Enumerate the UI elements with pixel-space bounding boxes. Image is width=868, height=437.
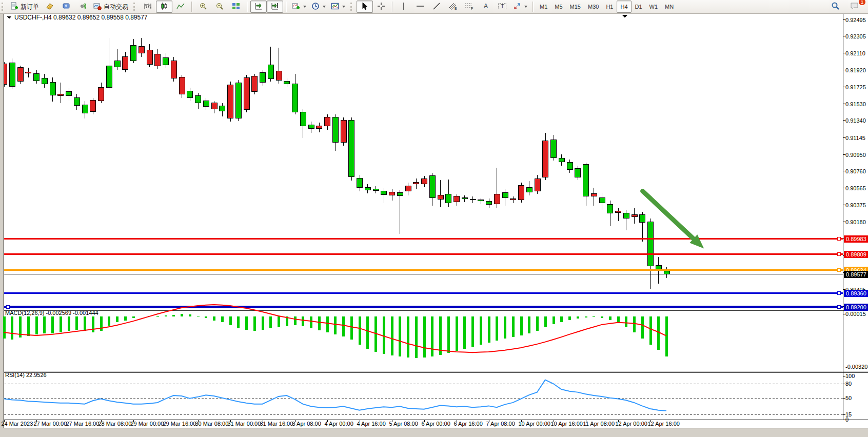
timeframe-H1[interactable]: H1 — [602, 1, 617, 13]
crosshair-button[interactable] — [373, 1, 389, 13]
candle-bull — [583, 165, 589, 196]
candle-bear — [495, 194, 500, 204]
cursor-arrow-icon — [361, 2, 369, 12]
timeframe-M30[interactable]: M30 — [584, 1, 602, 13]
templates-button[interactable] — [328, 1, 348, 13]
notifications-button[interactable]: 1 — [846, 1, 863, 13]
vertical-line-button[interactable] — [396, 1, 412, 13]
candle-bull — [50, 83, 56, 95]
line-handle[interactable] — [837, 306, 840, 309]
toolbar-grip — [133, 3, 137, 11]
candle-bear — [325, 117, 330, 126]
candle-bull — [187, 91, 193, 98]
chart-shift-icon — [271, 2, 279, 12]
candle-bull — [236, 83, 242, 118]
new-order-button[interactable]: 新订单 — [8, 1, 42, 13]
text-label-button[interactable]: T — [494, 1, 510, 13]
rsi-tick-label: 80 — [845, 381, 852, 387]
price-line-badge-label: 0.89983 — [846, 236, 866, 242]
text-label-icon: T — [498, 2, 507, 12]
time-tick-label: 7 Apr 08:00 — [486, 421, 515, 427]
price-tick-label: 0.91530 — [845, 101, 866, 107]
search-button[interactable] — [827, 1, 843, 13]
time-tick-label: 29 Mar 16:00 — [163, 421, 196, 427]
candlestick-chart-button[interactable] — [156, 1, 172, 13]
price-tick-label: 0.91725 — [845, 84, 866, 90]
macd-axis-max: 0.00015 — [845, 311, 866, 317]
time-tick-label: 4 Apr 00:00 — [325, 421, 353, 427]
candle-bear — [180, 77, 185, 94]
chart-window[interactable]: 0.924950.923050.921100.919200.917250.915… — [0, 0, 868, 437]
terminal-button[interactable] — [58, 1, 74, 13]
templates-icon — [331, 2, 339, 12]
timeframe-M5[interactable]: M5 — [551, 1, 566, 13]
zoom-in-button[interactable] — [195, 1, 211, 13]
candle-bear — [123, 57, 128, 70]
fibonacci-button[interactable]: F — [461, 1, 478, 13]
line-handle[interactable] — [837, 237, 840, 241]
candle-bear — [155, 54, 161, 66]
candle-bull — [559, 158, 565, 162]
candle-bear — [90, 101, 96, 112]
line-chart-button[interactable] — [172, 1, 189, 13]
line-handle[interactable] — [837, 292, 840, 295]
autotrading-icon — [93, 2, 102, 12]
arrows-dropdown-caret[interactable] — [524, 6, 527, 8]
indicators-button[interactable] — [289, 1, 309, 13]
signals-button[interactable] — [74, 1, 91, 13]
time-tick-label: 6 Apr 00:00 — [422, 421, 450, 427]
candle-bull — [486, 202, 492, 205]
price-tick-label: 0.92495 — [845, 17, 866, 23]
bar-chart-button[interactable] — [140, 1, 156, 13]
equidistant-channel-button[interactable]: E — [445, 1, 461, 13]
timeframe-D1[interactable]: D1 — [632, 1, 646, 13]
svg-text:E: E — [455, 7, 457, 10]
cursor-button[interactable] — [357, 1, 373, 13]
periods-button[interactable] — [309, 1, 328, 13]
templates-dropdown-caret[interactable] — [342, 6, 345, 8]
periods-dropdown-caret[interactable] — [323, 6, 326, 8]
candle-bear — [591, 194, 597, 196]
candle-bear — [139, 47, 145, 53]
notification-badge: 1 — [858, 0, 866, 6]
line-handle[interactable] — [837, 269, 840, 272]
timeframe-M1[interactable]: M1 — [536, 1, 551, 13]
line-handle[interactable] — [837, 253, 840, 256]
tile-windows-button[interactable] — [228, 1, 244, 13]
price-tick-label: 0.90375 — [845, 202, 866, 208]
rsi-label: RSI(14) 22.9526 — [5, 372, 47, 378]
indicators-dropdown-caret[interactable] — [303, 6, 306, 8]
line-handle[interactable] — [6, 306, 9, 309]
toolbar-separator — [392, 2, 393, 12]
macd-axis-min: -0.003208 — [845, 364, 868, 370]
zoom-in-icon — [199, 2, 207, 12]
timeframe-H4[interactable]: H4 — [617, 1, 631, 13]
trendline-button[interactable] — [428, 1, 445, 13]
time-tick-label: 6 Apr 16:00 — [454, 421, 483, 427]
candle-bull — [462, 198, 468, 199]
horizontal-line-button[interactable] — [412, 1, 428, 13]
auto-scroll-button[interactable] — [250, 1, 267, 13]
main-toolbar: 新订单 自动交易 — [0, 0, 868, 14]
candle-bull — [551, 140, 557, 158]
rsi-tick-label: 0 — [845, 416, 849, 423]
candle-bull — [115, 61, 121, 67]
candle-bull — [333, 117, 339, 143]
chart-title-row: USDCHF-,H4 0.89632 0.89652 0.89558 0.895… — [7, 14, 148, 21]
zoom-out-button[interactable] — [211, 1, 228, 13]
history-center-button[interactable] — [42, 1, 58, 13]
candle-bull — [567, 163, 573, 170]
time-axis[interactable]: 24 Mar 202327 Mar 00:0027 Mar 16:0028 Ma… — [2, 420, 680, 427]
timeframe-M15[interactable]: M15 — [566, 1, 584, 13]
price-line-badge-label: 0.89809 — [846, 251, 866, 257]
text-button[interactable]: A — [478, 1, 494, 13]
candle-bear — [543, 141, 548, 177]
chart-shift-button[interactable] — [267, 1, 283, 13]
timeframe-W1[interactable]: W1 — [646, 1, 662, 13]
trendline-icon — [432, 2, 441, 12]
arrows-tool-button[interactable] — [510, 1, 530, 13]
autotrading-button[interactable]: 自动交易 — [91, 1, 131, 13]
candle-bear — [632, 215, 638, 217]
timeframe-MN[interactable]: MN — [661, 1, 677, 13]
time-tick-label: 12 Apr 16:00 — [648, 421, 680, 427]
